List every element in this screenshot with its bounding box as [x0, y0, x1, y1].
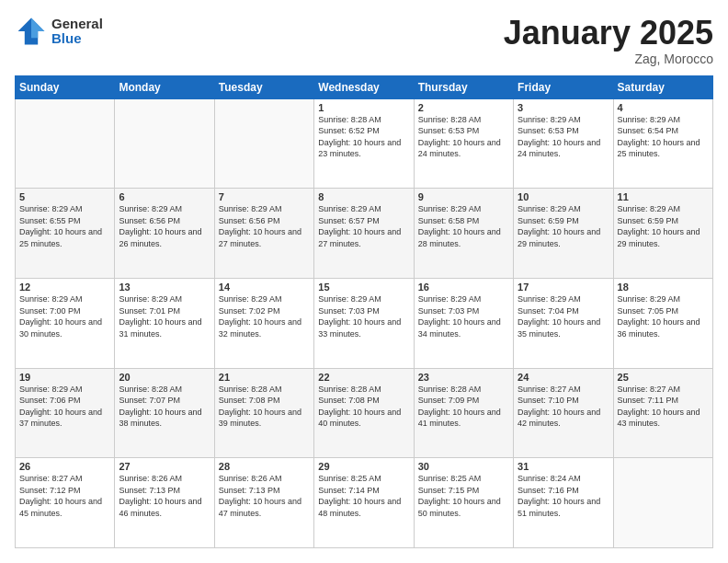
- weekday-header-row: SundayMondayTuesdayWednesdayThursdayFrid…: [16, 75, 713, 98]
- day-info: Sunrise: 8:29 AM Sunset: 7:04 PM Dayligh…: [518, 293, 609, 339]
- day-info: Sunrise: 8:29 AM Sunset: 7:03 PM Dayligh…: [318, 293, 409, 339]
- header: General Blue January 2025 Zag, Morocco: [15, 15, 713, 66]
- calendar-cell: 15Sunrise: 8:29 AM Sunset: 7:03 PM Dayli…: [314, 278, 414, 368]
- calendar-cell: [115, 98, 214, 189]
- day-number: 7: [219, 191, 310, 202]
- calendar-cell: 7Sunrise: 8:29 AM Sunset: 6:56 PM Daylig…: [214, 189, 313, 279]
- calendar-cell: [613, 458, 712, 548]
- weekday-header-wednesday: Wednesday: [314, 75, 414, 98]
- calendar-cell: 3Sunrise: 8:29 AM Sunset: 6:53 PM Daylig…: [514, 98, 613, 189]
- day-info: Sunrise: 8:29 AM Sunset: 7:02 PM Dayligh…: [219, 293, 310, 339]
- day-number: 3: [518, 102, 609, 113]
- calendar-cell: [16, 98, 115, 189]
- day-info: Sunrise: 8:29 AM Sunset: 6:58 PM Dayligh…: [418, 203, 509, 249]
- calendar-cell: 20Sunrise: 8:28 AM Sunset: 7:07 PM Dayli…: [115, 368, 214, 458]
- day-number: 15: [318, 282, 409, 293]
- calendar-cell: 2Sunrise: 8:28 AM Sunset: 6:53 PM Daylig…: [414, 98, 513, 189]
- week-row-1: 1Sunrise: 8:28 AM Sunset: 6:52 PM Daylig…: [16, 98, 713, 189]
- day-number: 11: [618, 191, 709, 202]
- day-info: Sunrise: 8:25 AM Sunset: 7:15 PM Dayligh…: [418, 473, 509, 519]
- calendar-cell: 12Sunrise: 8:29 AM Sunset: 7:00 PM Dayli…: [16, 278, 115, 368]
- svg-marker-1: [31, 18, 44, 39]
- logo-blue: Blue: [51, 31, 103, 47]
- day-info: Sunrise: 8:27 AM Sunset: 7:10 PM Dayligh…: [518, 384, 609, 430]
- day-number: 21: [219, 372, 310, 383]
- weekday-header-saturday: Saturday: [613, 75, 712, 98]
- day-info: Sunrise: 8:28 AM Sunset: 7:08 PM Dayligh…: [318, 384, 409, 430]
- calendar-cell: 22Sunrise: 8:28 AM Sunset: 7:08 PM Dayli…: [314, 368, 414, 458]
- title-block: January 2025 Zag, Morocco: [504, 15, 713, 66]
- calendar-cell: 23Sunrise: 8:28 AM Sunset: 7:09 PM Dayli…: [414, 368, 513, 458]
- weekday-header-thursday: Thursday: [414, 75, 513, 98]
- day-info: Sunrise: 8:29 AM Sunset: 6:53 PM Dayligh…: [518, 114, 609, 160]
- day-info: Sunrise: 8:26 AM Sunset: 7:13 PM Dayligh…: [219, 473, 310, 519]
- day-number: 24: [518, 372, 609, 383]
- week-row-5: 26Sunrise: 8:27 AM Sunset: 7:12 PM Dayli…: [16, 458, 713, 548]
- calendar-cell: 8Sunrise: 8:29 AM Sunset: 6:57 PM Daylig…: [314, 189, 414, 279]
- calendar-cell: 6Sunrise: 8:29 AM Sunset: 6:56 PM Daylig…: [115, 189, 214, 279]
- weekday-header-sunday: Sunday: [16, 75, 115, 98]
- calendar-cell: 4Sunrise: 8:29 AM Sunset: 6:54 PM Daylig…: [613, 98, 712, 189]
- day-info: Sunrise: 8:28 AM Sunset: 6:53 PM Dayligh…: [418, 114, 509, 160]
- day-number: 29: [318, 461, 409, 472]
- day-info: Sunrise: 8:29 AM Sunset: 6:54 PM Dayligh…: [618, 114, 709, 160]
- day-number: 4: [618, 102, 709, 113]
- day-number: 13: [119, 282, 210, 293]
- day-number: 30: [418, 461, 509, 472]
- day-info: Sunrise: 8:29 AM Sunset: 6:55 PM Dayligh…: [19, 203, 110, 249]
- day-number: 6: [119, 191, 210, 202]
- calendar-cell: 31Sunrise: 8:24 AM Sunset: 7:16 PM Dayli…: [514, 458, 613, 548]
- calendar-cell: 29Sunrise: 8:25 AM Sunset: 7:14 PM Dayli…: [314, 458, 414, 548]
- day-info: Sunrise: 8:29 AM Sunset: 7:06 PM Dayligh…: [19, 384, 110, 430]
- day-info: Sunrise: 8:25 AM Sunset: 7:14 PM Dayligh…: [318, 473, 409, 519]
- calendar-cell: 14Sunrise: 8:29 AM Sunset: 7:02 PM Dayli…: [214, 278, 313, 368]
- page: General Blue January 2025 Zag, Morocco S…: [0, 0, 728, 563]
- day-number: 28: [219, 461, 310, 472]
- calendar-cell: 9Sunrise: 8:29 AM Sunset: 6:58 PM Daylig…: [414, 189, 513, 279]
- calendar-cell: [214, 98, 313, 189]
- day-number: 25: [618, 372, 709, 383]
- day-number: 16: [418, 282, 509, 293]
- calendar-cell: 17Sunrise: 8:29 AM Sunset: 7:04 PM Dayli…: [514, 278, 613, 368]
- calendar-cell: 11Sunrise: 8:29 AM Sunset: 6:59 PM Dayli…: [613, 189, 712, 279]
- day-number: 5: [19, 191, 110, 202]
- calendar-cell: 26Sunrise: 8:27 AM Sunset: 7:12 PM Dayli…: [16, 458, 115, 548]
- day-number: 31: [518, 461, 609, 472]
- day-info: Sunrise: 8:29 AM Sunset: 6:56 PM Dayligh…: [219, 203, 310, 249]
- day-number: 27: [119, 461, 210, 472]
- calendar-cell: 10Sunrise: 8:29 AM Sunset: 6:59 PM Dayli…: [514, 189, 613, 279]
- day-info: Sunrise: 8:29 AM Sunset: 6:56 PM Dayligh…: [119, 203, 210, 249]
- logo-text: General Blue: [51, 17, 103, 47]
- day-number: 26: [19, 461, 110, 472]
- day-info: Sunrise: 8:29 AM Sunset: 6:59 PM Dayligh…: [518, 203, 609, 249]
- calendar-cell: 24Sunrise: 8:27 AM Sunset: 7:10 PM Dayli…: [514, 368, 613, 458]
- calendar-cell: 5Sunrise: 8:29 AM Sunset: 6:55 PM Daylig…: [16, 189, 115, 279]
- day-info: Sunrise: 8:29 AM Sunset: 7:01 PM Dayligh…: [119, 293, 210, 339]
- day-number: 14: [219, 282, 310, 293]
- day-number: 12: [19, 282, 110, 293]
- week-row-2: 5Sunrise: 8:29 AM Sunset: 6:55 PM Daylig…: [16, 189, 713, 279]
- day-info: Sunrise: 8:29 AM Sunset: 6:59 PM Dayligh…: [618, 203, 709, 249]
- day-number: 19: [19, 372, 110, 383]
- day-number: 1: [318, 102, 409, 113]
- calendar-cell: 18Sunrise: 8:29 AM Sunset: 7:05 PM Dayli…: [613, 278, 712, 368]
- day-info: Sunrise: 8:27 AM Sunset: 7:11 PM Dayligh…: [618, 384, 709, 430]
- day-info: Sunrise: 8:29 AM Sunset: 6:57 PM Dayligh…: [318, 203, 409, 249]
- calendar-cell: 1Sunrise: 8:28 AM Sunset: 6:52 PM Daylig…: [314, 98, 414, 189]
- weekday-header-friday: Friday: [514, 75, 613, 98]
- logo-general: General: [51, 17, 103, 32]
- calendar-cell: 21Sunrise: 8:28 AM Sunset: 7:08 PM Dayli…: [214, 368, 313, 458]
- day-number: 10: [518, 191, 609, 202]
- day-info: Sunrise: 8:29 AM Sunset: 7:05 PM Dayligh…: [618, 293, 709, 339]
- calendar-cell: 30Sunrise: 8:25 AM Sunset: 7:15 PM Dayli…: [414, 458, 513, 548]
- day-number: 23: [418, 372, 509, 383]
- calendar-cell: 16Sunrise: 8:29 AM Sunset: 7:03 PM Dayli…: [414, 278, 513, 368]
- day-number: 8: [318, 191, 409, 202]
- calendar-cell: 19Sunrise: 8:29 AM Sunset: 7:06 PM Dayli…: [16, 368, 115, 458]
- weekday-header-monday: Monday: [115, 75, 214, 98]
- day-number: 17: [518, 282, 609, 293]
- day-number: 22: [318, 372, 409, 383]
- calendar-cell: 28Sunrise: 8:26 AM Sunset: 7:13 PM Dayli…: [214, 458, 313, 548]
- day-info: Sunrise: 8:26 AM Sunset: 7:13 PM Dayligh…: [119, 473, 210, 519]
- day-info: Sunrise: 8:29 AM Sunset: 7:03 PM Dayligh…: [418, 293, 509, 339]
